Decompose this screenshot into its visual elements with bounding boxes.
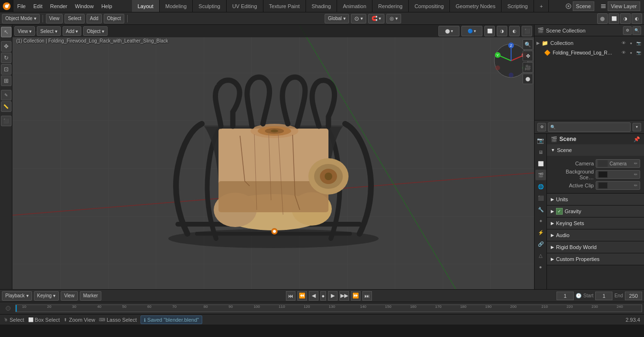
viewport-shading-btn-4[interactable]: ◐ [632,13,642,24]
cursor-tool-btn[interactable]: ↖ [1,27,11,37]
object-render-icon[interactable]: 📷 [635,49,642,56]
bg-scene-eyedropper[interactable]: ✏ [634,172,638,177]
zoom-view-btn[interactable]: 🔍 [523,39,533,50]
tab-compositing[interactable]: Compositing [409,0,450,12]
custom-props-header[interactable]: ▶ Custom Properties [547,253,644,265]
tab-geometry-nodes[interactable]: Geometry Nodes [450,0,502,12]
outliner-filter-btn[interactable]: ⚙ [623,26,632,35]
viewport-shading-wire-btn[interactable]: ⬜ [484,26,495,36]
move-tool-btn[interactable]: ✥ [1,41,11,52]
jump-end-btn[interactable]: ⏭ [362,291,372,301]
timeline-scrubber[interactable]: 10 20 30 40 50 60 70 80 90 100 110 120 1… [15,304,642,312]
prop-icon-world[interactable]: 🌐 [535,181,546,192]
start-frame-input[interactable]: 1 [595,292,612,300]
snap-btn[interactable]: 🧲 ▾ [368,14,384,23]
marker-menu-btn[interactable]: Marker [80,291,101,301]
prev-frame-btn[interactable]: ◀ [309,291,318,301]
prop-icon-object[interactable]: ⬛ [535,193,546,203]
object-menu-btn[interactable]: Object [104,14,124,23]
add-menu-btn[interactable]: Add [87,14,102,23]
gravity-section-header[interactable]: ▶ ✓ Gravity [547,206,644,217]
outliner-row-collection[interactable]: ▶ 📁 Collection 👁 ● 📷 [535,38,644,48]
scale-tool-btn[interactable]: ⊡ [1,64,11,75]
next-frame-btn[interactable]: ▶▶ [339,291,349,301]
viewport-shading-solid-btn[interactable]: ◑ [497,26,507,36]
active-clip-value[interactable]: ✏ [596,181,640,190]
3d-viewport[interactable]: View ▾ Select ▾ Add ▾ Object ▾ ⬤ ▾ 🔵 ▾ ⬜… [12,25,534,289]
collection-visibility-icon[interactable]: 👁 [620,40,627,46]
prop-icon-render[interactable]: 📷 [535,135,546,146]
annotate-tool-btn[interactable]: ✎ [1,90,11,100]
view-layer-selector[interactable]: View Layer [608,1,640,11]
viewport-add-btn[interactable]: Add ▾ [63,26,82,36]
add-cube-tool-btn[interactable]: ⬛ [1,116,11,126]
prop-icon-data[interactable]: △ [535,250,546,261]
prop-icon-view-layer[interactable]: ⬜ [535,158,546,169]
prop-icon-material[interactable]: ● [535,261,546,272]
scene-selector[interactable]: Scene [573,1,594,11]
camera-eyedropper-icon[interactable]: ✏ [634,161,638,166]
properties-pin-btn[interactable]: 📌 [633,136,640,142]
gravity-checkbox[interactable]: ✓ [556,208,563,215]
collection-viewport-icon[interactable]: ● [628,40,634,46]
viewport-shading-btn-3[interactable]: ◑ [620,13,631,24]
viewport-select-btn[interactable]: Select ▾ [37,26,61,36]
transform-orientation-btn[interactable]: Global ▾ [325,14,349,23]
scene-section-header[interactable]: ▼ Scene [547,144,644,156]
help-menu-item[interactable]: Help [98,0,116,12]
play-btn[interactable]: ▶ [328,291,338,301]
camera-prop-value[interactable]: Camera ✏ [596,159,640,168]
view-menu-btn[interactable]: View [46,14,63,23]
properties-search[interactable]: 🔍 [548,122,631,132]
viewport-shading-btn-2[interactable]: ⬜ [609,13,619,24]
edit-menu-item[interactable]: Edit [30,0,46,12]
transform-tool-btn[interactable]: ⊞ [1,76,11,86]
window-menu-item[interactable]: Window [71,0,98,12]
rotate-tool-btn[interactable]: ↻ [1,53,11,63]
tab-rendering[interactable]: Rendering [372,0,409,12]
prop-icon-particles[interactable]: ✦ [535,216,546,226]
active-clip-eyedropper[interactable]: ✏ [634,183,638,188]
tab-uv-editing[interactable]: UV Editing [227,0,263,12]
tab-animation[interactable]: Animation [337,0,372,12]
current-frame-input[interactable]: 1 [557,292,574,300]
viewport-object-btn[interactable]: Object ▾ [83,26,108,36]
proportional-edit-btn[interactable]: ◎ ▾ [386,14,401,23]
viewport-shading-btn-1[interactable]: ⬤ [597,13,608,24]
tab-add-workspace[interactable]: + [534,0,549,12]
tab-modeling[interactable]: Modeling [160,0,193,12]
render-view-btn[interactable]: ⬤ [523,74,533,84]
tab-layout[interactable]: Layout [132,0,160,12]
units-section-header[interactable]: ▶ Units [547,194,644,205]
prop-icon-scene[interactable]: 🎬 [535,170,546,180]
collection-render-icon[interactable]: 📷 [635,40,642,46]
viewport-overlay-btn[interactable]: ⬤ ▾ [438,26,459,36]
props-options-btn[interactable]: ▾ [633,123,641,131]
tab-scripting[interactable]: Scripting [502,0,534,12]
jump-start-btn[interactable]: ⏮ [286,291,295,301]
render-menu-item[interactable]: Render [46,0,71,12]
prop-icon-physics[interactable]: ⚡ [535,227,546,238]
prop-icon-constraints[interactable]: 🔗 [535,239,546,249]
playback-menu-btn[interactable]: Playback ▾ [2,291,32,301]
background-scene-value[interactable]: ✏ [596,170,640,179]
tab-texture-paint[interactable]: Texture Paint [263,0,306,12]
file-menu-item[interactable]: File [13,0,30,12]
tab-shading[interactable]: Shading [306,0,337,12]
view-menu-btn-timeline[interactable]: View [61,291,78,301]
select-menu-btn[interactable]: Select [65,14,85,23]
prop-icon-output[interactable]: 🖥 [535,147,546,157]
object-mode-dropdown[interactable]: Object Mode ▾ [2,14,40,23]
pivot-point-btn[interactable]: ⊙ ▾ [351,14,366,23]
camera-view-btn[interactable]: 🎥 [523,62,533,73]
tab-sculpting[interactable]: Sculpting [193,0,226,12]
orbit-view-btn[interactable]: ✥ [523,51,533,61]
audio-section-header[interactable]: ▶ Audio [547,229,644,241]
viewport-view-btn[interactable]: View ▾ [14,26,35,36]
object-viewport-icon[interactable]: ● [628,49,634,56]
end-frame-input[interactable]: 250 [625,292,642,300]
prev-keyframe-btn[interactable]: ⏪ [297,291,307,301]
rigid-body-world-header[interactable]: ▶ Rigid Body World [547,241,644,253]
keying-menu-btn[interactable]: Keying ▾ [34,291,59,301]
props-filter-btn[interactable]: ⚙ [537,123,546,131]
